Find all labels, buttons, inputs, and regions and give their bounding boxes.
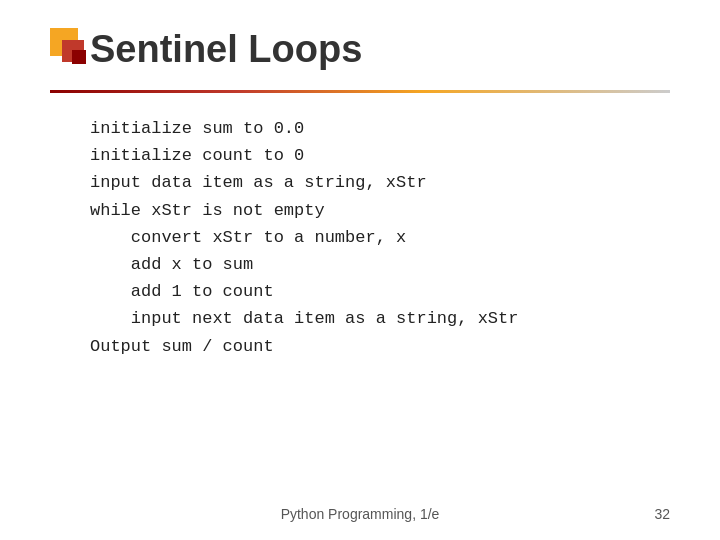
code-line-4: while xStr is not empty: [90, 197, 518, 224]
code-line-6: add x to sum: [90, 251, 518, 278]
deco-darkred-square: [72, 50, 86, 64]
title-border: [50, 90, 670, 93]
code-line-1: initialize sum to 0.0: [90, 115, 518, 142]
slide-title: Sentinel Loops: [90, 28, 362, 71]
slide: Sentinel Loops initialize sum to 0.0 ini…: [0, 0, 720, 540]
code-line-5: convert xStr to a number, x: [90, 224, 518, 251]
code-line-8: input next data item as a string, xStr: [90, 305, 518, 332]
page-number: 32: [654, 506, 670, 522]
code-line-3: input data item as a string, xStr: [90, 169, 518, 196]
code-line-9: Output sum / count: [90, 333, 518, 360]
code-block: initialize sum to 0.0 initialize count t…: [90, 115, 518, 360]
code-line-2: initialize count to 0: [90, 142, 518, 169]
footer: Python Programming, 1/e: [0, 506, 720, 522]
code-line-7: add 1 to count: [90, 278, 518, 305]
footer-text: Python Programming, 1/e: [281, 506, 440, 522]
